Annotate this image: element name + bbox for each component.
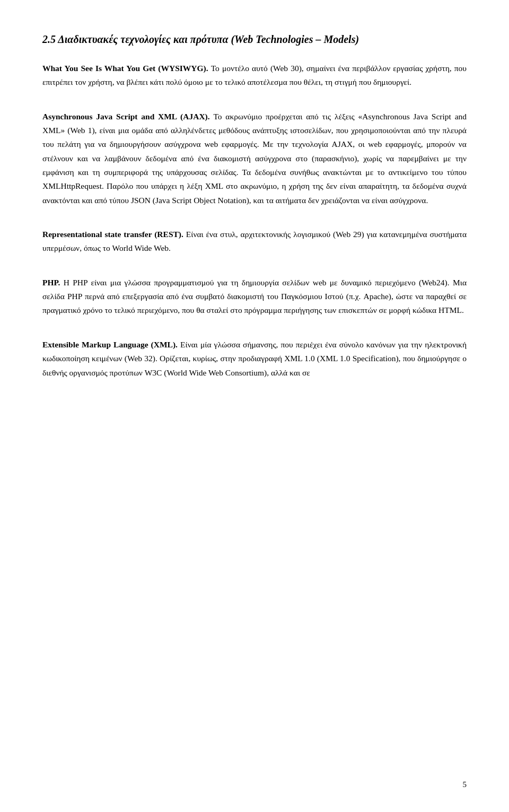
rest-heading-bold: Representational state transfer (REST). [42, 230, 183, 239]
spacer-1 [42, 99, 467, 110]
rest-paragraph: Representational state transfer (REST). … [42, 228, 467, 256]
php-paragraph: PHP. Η PHP είναι μια γλώσσα προγραμματισ… [42, 276, 467, 318]
xml-paragraph: Extensible Markup Language (XML). Είναι … [42, 338, 467, 380]
wysiwyg-bold: What You See Is What You Get (WYSIWYG). [42, 64, 208, 73]
ajax-heading-paragraph: Asynchronous Java Script and XML (AJAX).… [42, 110, 467, 207]
php-text: Η PHP είναι μια γλώσσα προγραμματισμού γ… [42, 278, 467, 315]
xml-heading-bold: Extensible Markup Language (XML). [42, 340, 178, 349]
ajax-heading-bold: Asynchronous Java Script and XML (AJAX). [42, 112, 210, 121]
section-heading: 2.5 Διαδικτυακές τεχνολογίες και πρότυπα… [42, 32, 467, 47]
php-heading-bold: PHP. [42, 278, 60, 287]
page-number: 5 [463, 778, 467, 791]
spacer-3 [42, 265, 467, 276]
spacer-4 [42, 327, 467, 338]
spacer-2 [42, 217, 467, 228]
ajax-text: Το ακρωνύμιο προέρχεται από τις λέξεις «… [42, 112, 467, 205]
intro-paragraph: What You See Is What You Get (WYSIWYG). … [42, 62, 467, 90]
